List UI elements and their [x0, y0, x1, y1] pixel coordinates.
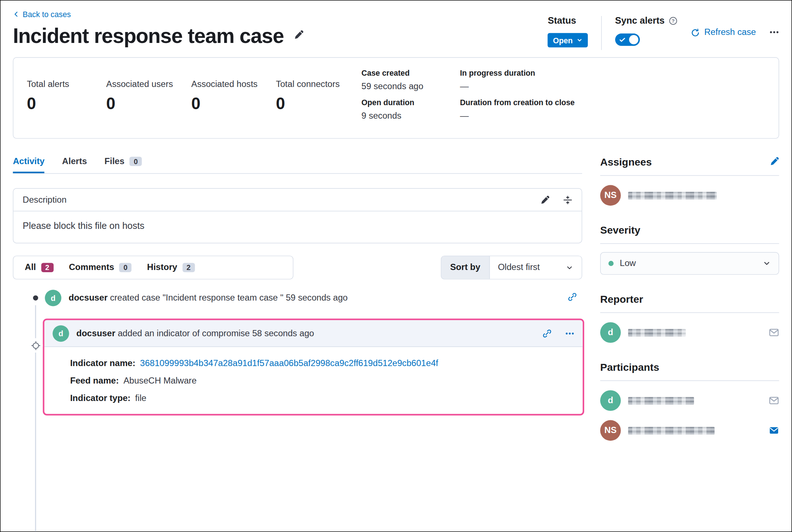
feed-name-field: Feed name: AbuseCH Malware [70, 376, 574, 386]
case-created-label: Case created [361, 68, 460, 78]
avatar: d [53, 325, 69, 341]
email-participant-button[interactable] [769, 425, 779, 436]
email-reporter-button[interactable] [769, 327, 779, 338]
filter-history[interactable]: History 2 [147, 262, 195, 273]
assignees-title: Assignees [600, 156, 652, 168]
avatar: NS [600, 420, 621, 441]
reporter-row: d [600, 322, 779, 343]
close-duration-label: Duration from creation to close [460, 98, 579, 108]
status-value: Open [553, 36, 573, 44]
content-area: Activity Alerts Files 0 Description [13, 156, 779, 441]
toggle-knob [629, 35, 638, 44]
tab-label: Alerts [62, 156, 87, 166]
envelope-icon [769, 327, 779, 338]
tab-activity[interactable]: Activity [13, 156, 44, 173]
severity-title: Severity [600, 224, 640, 236]
tab-label: Files [104, 156, 124, 166]
metric-total-connectors: Total connectors 0 [276, 68, 361, 127]
sort-control: Sort by Oldest first [441, 256, 582, 279]
open-duration-value: 9 seconds [361, 111, 460, 121]
case-created-column: Case created 59 seconds ago Open duratio… [361, 68, 460, 127]
dot-icon [33, 295, 38, 301]
sort-order-dropdown[interactable]: Oldest first [490, 256, 582, 279]
status-control: Status Open [548, 15, 588, 47]
indicator-name-field: Indicator name: 3681099993b4b347a28a91d1… [70, 358, 574, 369]
tab-files[interactable]: Files 0 [104, 156, 142, 173]
chevron-left-icon [13, 11, 19, 17]
header-divider [601, 16, 602, 50]
field-value: AbuseCH Malware [123, 376, 197, 386]
email-participant-button[interactable] [769, 396, 779, 406]
ellipsis-icon[interactable] [565, 329, 575, 338]
refresh-icon [691, 28, 700, 37]
filter-comments[interactable]: Comments 0 [69, 262, 131, 273]
chevron-down-icon [763, 259, 771, 268]
pencil-icon [770, 156, 779, 166]
severity-dropdown[interactable]: Low [600, 252, 779, 275]
timeline-indicator-marker [28, 338, 43, 353]
pencil-icon [294, 29, 304, 39]
tab-label: Activity [13, 156, 44, 166]
avatar: d [45, 290, 61, 306]
activity-timeline: d docsuser created case "Incident respon… [13, 290, 582, 416]
envelope-filled-icon [769, 425, 779, 436]
refresh-case-label: Refresh case [704, 27, 756, 37]
description-panel: Description Please block this file on ho… [13, 188, 582, 243]
link-icon[interactable] [542, 329, 552, 338]
participant-row: d [600, 390, 779, 411]
header-actions: Status Open Sync alerts ? [548, 8, 779, 50]
activity-filter-group: All 2 Comments 0 History 2 [13, 256, 293, 279]
edit-assignees-button[interactable] [770, 156, 779, 168]
field-label: Indicator type: [70, 393, 131, 404]
question-in-circle-icon: ? [669, 16, 677, 25]
sync-alerts-control: Sync alerts ? [615, 15, 678, 46]
metric-value: 0 [106, 94, 191, 113]
tab-alerts[interactable]: Alerts [62, 156, 87, 173]
sort-order-value: Oldest first [498, 262, 540, 273]
redacted-name [628, 426, 715, 434]
metric-label: Associated hosts [191, 79, 276, 90]
sync-alerts-label: Sync alerts [615, 15, 665, 26]
severity-section: Severity Low [600, 224, 779, 275]
filter-label: History [147, 262, 177, 273]
severity-low-dot-icon [609, 261, 614, 266]
field-label: Feed name: [70, 376, 119, 386]
event-username: docsuser [68, 293, 107, 303]
reporter-section: Reporter d [600, 293, 779, 343]
status-label: Status [548, 15, 588, 26]
section-divider [600, 243, 779, 244]
description-body: Please block this file on hosts [13, 211, 582, 243]
page-scaler: Back to cases Incident response team cas… [0, 0, 792, 532]
metric-associated-hosts: Associated hosts 0 [191, 68, 276, 127]
copy-link-button[interactable] [568, 292, 577, 304]
in-progress-duration-label: In progress duration [460, 68, 579, 78]
metric-value: 0 [276, 94, 361, 113]
avatar: d [600, 322, 621, 343]
title-row: Incident response team case [13, 24, 304, 47]
participants-section: Participants d NS [600, 361, 779, 441]
filter-all[interactable]: All 2 [25, 262, 54, 273]
link-icon [568, 292, 577, 302]
refresh-case-button[interactable]: Refresh case [691, 27, 756, 37]
sync-alerts-help-button[interactable]: ? [669, 16, 677, 25]
pencil-icon[interactable] [540, 195, 550, 205]
indicator-type-field: Indicator type: file [70, 393, 574, 404]
comment-header: d docsuser added an indicator of comprom… [44, 320, 583, 347]
page-title: Incident response team case [13, 24, 284, 47]
case-actions-menu-button[interactable] [769, 27, 779, 39]
timeline-dot-marker [28, 291, 43, 305]
crosshair-icon [31, 341, 40, 350]
collapse-icon[interactable] [563, 195, 573, 205]
sync-alerts-toggle[interactable] [615, 33, 640, 46]
edit-title-button[interactable] [294, 29, 304, 41]
main-column: Activity Alerts Files 0 Description [13, 156, 582, 441]
participants-title: Participants [600, 361, 659, 373]
indicator-name-link[interactable]: 3681099993b4b347a28a91d1f57aaa06b5af2998… [140, 358, 438, 369]
assignee-row: NS [600, 185, 779, 206]
reporter-title: Reporter [600, 293, 643, 305]
ellipsis-icon [769, 27, 779, 37]
status-dropdown-button[interactable]: Open [548, 33, 588, 48]
metric-label: Associated users [106, 79, 191, 90]
back-to-cases-link[interactable]: Back to cases [13, 10, 71, 19]
header: Back to cases Incident response team cas… [13, 8, 779, 50]
